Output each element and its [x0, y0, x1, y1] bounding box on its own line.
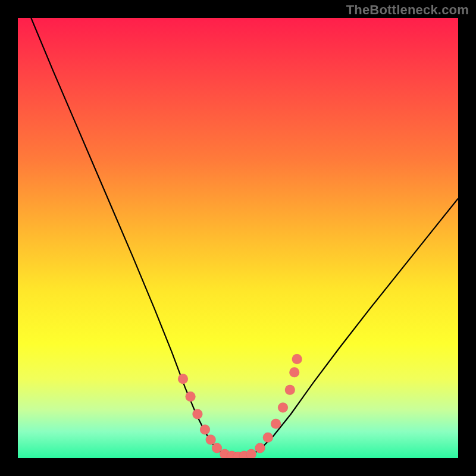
plot-area: [18, 18, 458, 458]
marker-point: [255, 443, 265, 453]
marker-point: [292, 354, 302, 364]
marker-point: [178, 374, 188, 384]
marker-point: [278, 402, 288, 412]
marker-point: [263, 433, 273, 443]
marker-point: [246, 449, 256, 458]
marker-point: [186, 392, 196, 402]
marker-point: [289, 367, 299, 377]
marker-point: [271, 419, 281, 429]
watermark-text: TheBottleneck.com: [346, 4, 469, 17]
chart-svg: [18, 18, 458, 458]
marker-point: [192, 409, 202, 419]
left-curve: [31, 18, 225, 455]
marker-point: [206, 434, 216, 444]
chart-frame: TheBottleneck.com: [0, 0, 476, 476]
marker-group: [178, 354, 302, 458]
marker-point: [285, 385, 295, 395]
marker-point: [200, 424, 210, 434]
right-curve: [251, 198, 458, 455]
